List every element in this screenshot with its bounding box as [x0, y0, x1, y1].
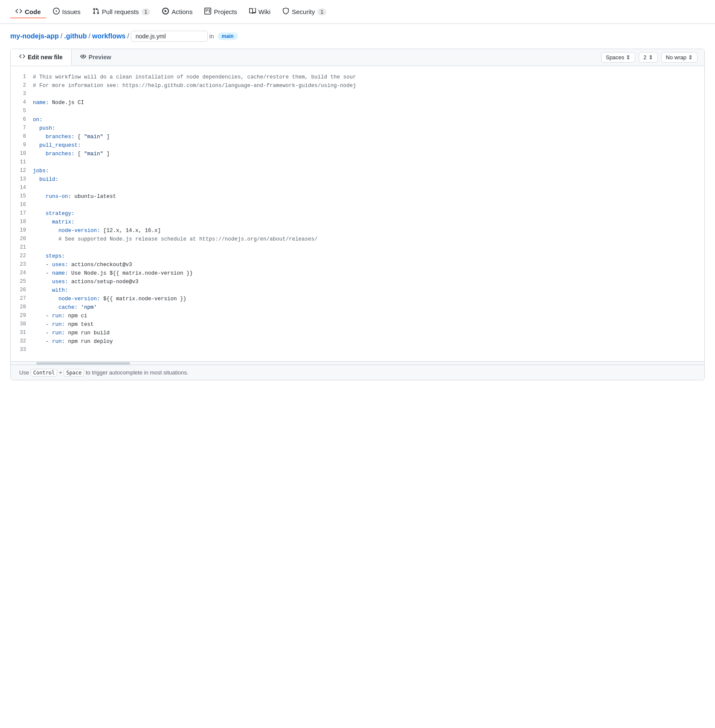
- editor-toolbar: Edit new file Preview Spaces ⇕ 2 ⇕ No wr…: [11, 49, 704, 66]
- nav-item-security[interactable]: Security 1: [277, 5, 331, 18]
- nav-label-wiki: Wiki: [259, 8, 270, 15]
- line-content: # See supported Node.js release schedule…: [33, 235, 698, 244]
- footer-space-key: Space: [64, 369, 84, 377]
- indent-chevron-icon: ⇕: [648, 54, 653, 61]
- line-content: with:: [33, 286, 698, 295]
- indent-select[interactable]: 2 ⇕: [639, 52, 657, 63]
- scrollbar-thumb: [36, 362, 130, 365]
- line-number: 29: [17, 312, 33, 320]
- code-icon: [15, 8, 22, 16]
- code-line: 9 pull_request:: [11, 141, 704, 150]
- indent-label: 2: [643, 54, 646, 61]
- line-number: 1: [17, 73, 33, 81]
- line-content: steps:: [33, 252, 698, 261]
- line-number: 21: [17, 244, 33, 252]
- line-content: - run: npm run deploy: [33, 337, 698, 346]
- projects-icon: [204, 8, 211, 16]
- line-content: strategy:: [33, 209, 698, 218]
- code-line: 30 - run: npm test: [11, 320, 704, 329]
- code-line: 31 - run: npm run build: [11, 329, 704, 337]
- line-content: cache: 'npm': [33, 303, 698, 312]
- line-number: 4: [17, 99, 33, 107]
- pr-badge: 1: [142, 9, 151, 15]
- code-line: 1# This workflow will do a clean install…: [11, 73, 704, 81]
- line-content: [33, 244, 698, 252]
- nav-item-code[interactable]: Code: [10, 5, 46, 18]
- line-content: on:: [33, 116, 698, 124]
- filename-input[interactable]: [131, 31, 208, 42]
- nav-label-security: Security: [292, 8, 315, 15]
- nav-item-pullrequests[interactable]: Pull requests 1: [87, 5, 155, 18]
- code-line: 8 branches: [ "main" ]: [11, 133, 704, 141]
- line-content: [33, 184, 698, 192]
- line-content: node-version: [12.x, 14.x, 16.x]: [33, 226, 698, 235]
- breadcrumb: my-nodejs-app / .github / workflows / in…: [0, 24, 715, 49]
- line-number: 19: [17, 226, 33, 235]
- tab-preview-label: Preview: [89, 54, 111, 61]
- wrap-select[interactable]: No wrap ⇕: [661, 52, 698, 63]
- line-content: push:: [33, 124, 698, 133]
- horizontal-scrollbar[interactable]: [11, 361, 704, 365]
- line-number: 10: [17, 150, 33, 158]
- line-number: 17: [17, 209, 33, 218]
- code-editor[interactable]: 1# This workflow will do a clean install…: [11, 66, 704, 361]
- line-number: 3: [17, 90, 33, 99]
- breadcrumb-folder1[interactable]: .github: [64, 32, 87, 40]
- branch-label: main: [218, 32, 238, 40]
- line-number: 6: [17, 116, 33, 124]
- actions-icon: [162, 8, 169, 16]
- line-content: - name: Use Node.js ${{ matrix.node-vers…: [33, 269, 698, 278]
- code-line: 20 # See supported Node.js release sched…: [11, 235, 704, 244]
- issue-icon: [53, 8, 60, 16]
- code-line: 28 cache: 'npm': [11, 303, 704, 312]
- code-line: 5: [11, 107, 704, 116]
- code-line: 13 build:: [11, 175, 704, 184]
- footer-tail: to trigger autocomplete in most situatio…: [86, 369, 189, 376]
- code-line: 10 branches: [ "main" ]: [11, 150, 704, 158]
- nav-item-actions[interactable]: Actions: [157, 5, 198, 18]
- line-content: [33, 90, 698, 99]
- code-line: 25 uses: actions/setup-node@v3: [11, 278, 704, 286]
- code-line: 22 steps:: [11, 252, 704, 261]
- line-number: 18: [17, 218, 33, 226]
- breadcrumb-folder2[interactable]: workflows: [92, 32, 125, 40]
- line-content: uses: actions/setup-node@v3: [33, 278, 698, 286]
- tab-preview[interactable]: Preview: [72, 49, 120, 66]
- line-content: - run: npm ci: [33, 312, 698, 320]
- line-number: 16: [17, 201, 33, 209]
- nav-label-code: Code: [25, 8, 41, 15]
- code-line: 12jobs:: [11, 167, 704, 175]
- line-number: 20: [17, 235, 33, 244]
- line-number: 11: [17, 158, 33, 167]
- edit-file-icon: [19, 53, 25, 61]
- tab-edit-label: Edit new file: [28, 54, 63, 61]
- line-content: branches: [ "main" ]: [33, 150, 698, 158]
- code-line: 26 with:: [11, 286, 704, 295]
- nav-label-pr: Pull requests: [102, 8, 139, 15]
- line-content: runs-on: ubuntu-latest: [33, 192, 698, 201]
- nav-item-wiki[interactable]: Wiki: [244, 5, 276, 18]
- nav-item-issues[interactable]: Issues: [48, 5, 86, 18]
- nav-item-projects[interactable]: Projects: [199, 5, 242, 18]
- footer-use: Use: [19, 369, 29, 376]
- footer-plus: +: [59, 369, 62, 376]
- toolbar-controls: Spaces ⇕ 2 ⇕ No wrap ⇕: [601, 52, 704, 63]
- security-badge: 1: [317, 9, 326, 15]
- nav-label-projects: Projects: [214, 8, 237, 15]
- wrap-label: No wrap: [666, 54, 686, 61]
- editor-container: Edit new file Preview Spaces ⇕ 2 ⇕ No wr…: [10, 49, 705, 380]
- tab-edit[interactable]: Edit new file: [11, 49, 72, 66]
- line-number: 5: [17, 107, 33, 116]
- line-number: 14: [17, 184, 33, 192]
- line-content: branches: [ "main" ]: [33, 133, 698, 141]
- line-content: # This workflow will do a clean installa…: [33, 73, 698, 81]
- line-number: 32: [17, 337, 33, 346]
- spaces-chevron-icon: ⇕: [626, 54, 631, 61]
- spaces-select[interactable]: Spaces ⇕: [601, 52, 635, 63]
- line-content: [33, 107, 698, 116]
- line-content: jobs:: [33, 167, 698, 175]
- editor-footer: Use Control + Space to trigger autocompl…: [11, 365, 704, 380]
- line-number: 26: [17, 286, 33, 295]
- breadcrumb-repo[interactable]: my-nodejs-app: [10, 32, 59, 40]
- code-line: 21: [11, 244, 704, 252]
